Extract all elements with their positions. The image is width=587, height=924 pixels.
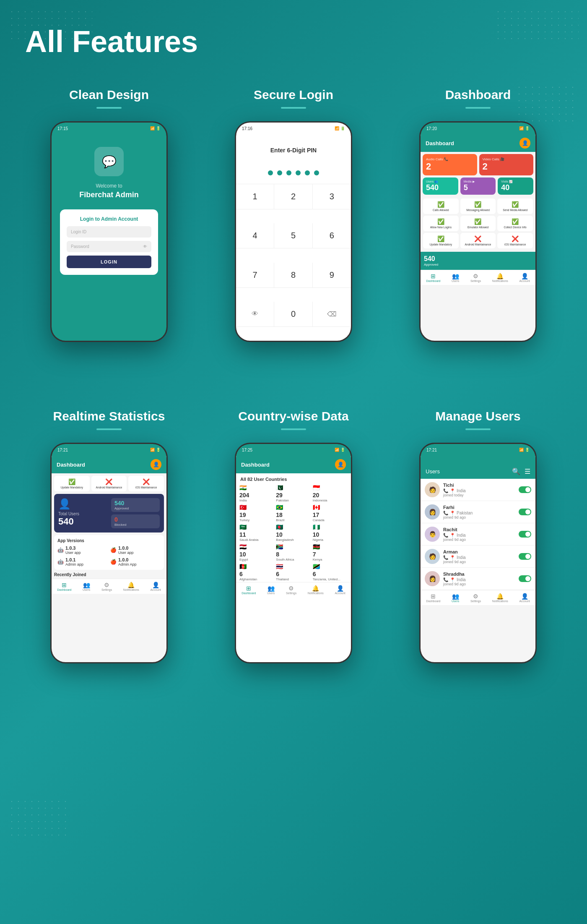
total-users-label: Total Users	[58, 512, 107, 516]
toggle-tichi[interactable]	[519, 486, 531, 493]
toggle-shraddha[interactable]	[519, 575, 531, 582]
approved-blocked: 540 Approved 0 Blocked	[111, 498, 160, 528]
user-tichi[interactable]: 🧑 Tichi 📞 📍 India joined today	[421, 479, 535, 501]
nav-users[interactable]: 👥 Users	[452, 273, 459, 282]
nav-notifications[interactable]: 🔔 Notifications	[492, 273, 508, 282]
cn-nav-notif[interactable]: 🔔 Notifications	[308, 585, 324, 595]
country-tanzania: 🇹🇿 6 Tanzania, United...	[313, 563, 348, 581]
country-south-africa: 🇿🇦 8 South Africa	[276, 543, 311, 561]
key-8[interactable]: 8	[274, 263, 312, 288]
blocked-text: Blocked	[114, 523, 156, 527]
key-delete[interactable]: ⌫	[313, 302, 351, 327]
rt-nav-dashboard[interactable]: ⊞ Dashboard	[57, 582, 71, 591]
rt-perm-update-label: Update Mandatory	[61, 486, 83, 489]
status-bar-realtime: 17:21 📶 🔋	[52, 444, 166, 456]
stat-audio-label: Audio Calls 📞	[426, 157, 474, 161]
section-divider	[25, 376, 562, 401]
key-1[interactable]: 1	[236, 184, 274, 209]
un-nav-users[interactable]: 👥 Users	[452, 593, 459, 603]
un-nav-notif[interactable]: 🔔 Notifications	[492, 593, 508, 603]
time-dash: 17:20	[426, 126, 437, 131]
notifications-nav-icon: 🔔	[496, 273, 504, 279]
country-row-4: 🇪🇬 10 Egypt 🇿🇦 8 South Africa 🇰🇪 7	[236, 543, 351, 562]
login-button[interactable]: LOGIN	[67, 256, 151, 268]
name-turkey: Turkey	[239, 518, 249, 522]
pin-screen: Enter 6-Digit PIN 1 2 3 4 5	[236, 134, 351, 341]
country-thailand: 🇹🇭 6 Thailand	[276, 563, 311, 581]
rt-perm-ios-icon: ❌	[143, 478, 150, 485]
settings-nav-icon: ⚙	[473, 273, 478, 279]
country-india: 🇮🇳 204 India	[239, 484, 274, 502]
key-7[interactable]: 7	[236, 263, 274, 288]
toggle-farhi[interactable]	[519, 509, 531, 515]
count-indonesia: 20	[313, 492, 319, 499]
phone-pin: 17:16 📶 🔋 Enter 6-Digit PIN 1	[235, 121, 352, 342]
key-5[interactable]: 5	[274, 223, 312, 248]
time-country: 17:25	[242, 448, 252, 452]
rt-perm-update-icon: ✅	[68, 478, 75, 485]
pin-dot-6	[314, 170, 319, 175]
login-id-field[interactable]: Login ID	[67, 226, 151, 238]
cn-nav-users[interactable]: 👥 Users	[267, 585, 275, 595]
cn-notif-icon: 🔔	[312, 585, 319, 592]
un-nav-account[interactable]: 👤 Account	[519, 593, 530, 603]
key-9[interactable]: 9	[313, 263, 351, 288]
phone-icon-rachit: 📞	[443, 533, 448, 538]
pin-dot-5	[305, 170, 310, 175]
rt-nav-notif[interactable]: 🔔 Notifications	[123, 582, 139, 591]
count-pakistan: 29	[276, 492, 283, 499]
user-rachit[interactable]: 👨 Rachit 📞 📍 India joined 9d ago	[421, 523, 535, 546]
nav-dashboard[interactable]: ⊞ Dashboard	[426, 273, 440, 282]
flag-kenya: 🇰🇪	[313, 543, 320, 550]
perm-messaging: ✅ Messaging Allowed	[460, 198, 496, 214]
country-screen: Dashboard 👤 All 82 User Countries 🇮🇳 204…	[236, 456, 351, 662]
key-3[interactable]: 3	[313, 184, 351, 209]
permission-grid: ✅ Calls Allowed ✅ Messaging Allowed ✅ Se…	[421, 197, 535, 250]
cn-nav-settings[interactable]: ⚙ Settings	[286, 585, 296, 595]
av-android-admin: 🤖 1.0.1 Admin app	[57, 557, 108, 566]
menu-icon[interactable]: ☰	[525, 467, 530, 475]
time-users: 17:21	[426, 448, 437, 452]
user-shraddha[interactable]: 👩 Shraddha 📞 📍 India joined 9d ago	[421, 568, 535, 590]
password-field[interactable]: Password 👁	[67, 241, 151, 252]
rt-nav-settings[interactable]: ⚙ Settings	[101, 582, 112, 591]
user-info-farhi: Farhi 📞 📍 Pakistan joined 9d ago	[443, 505, 515, 519]
app-versions: App Versions 🤖 1.0.3 User app 🍎	[54, 535, 164, 570]
rt-nav-dash-label: Dashboard	[57, 588, 71, 591]
search-icon[interactable]: 🔍	[512, 467, 520, 475]
cn-nav-account[interactable]: 👤 Account	[335, 585, 345, 595]
key-4[interactable]: 4	[236, 223, 274, 248]
nav-account[interactable]: 👤 Account	[519, 273, 530, 282]
un-users-icon: 👥	[452, 593, 459, 600]
key-eye[interactable]: 👁	[236, 302, 274, 327]
nav-settings[interactable]: ⚙ Settings	[470, 273, 481, 282]
approved-value: 540	[424, 255, 438, 263]
user-farhi[interactable]: 👩 Farhi 📞 📍 Pakistan joined 9d ago	[421, 501, 535, 523]
rt-nav-account[interactable]: 👤 Account	[150, 582, 161, 591]
key-0[interactable]: 0	[274, 302, 312, 327]
nav-account-label: Account	[519, 279, 530, 282]
rt-dashboard-icon: ⊞	[62, 582, 67, 588]
key-2[interactable]: 2	[274, 184, 312, 209]
dashboard-nav-icon: ⊞	[431, 273, 436, 279]
country-row-2: 🇹🇷 19 Turkey 🇧🇷 18 Brazil 🇨🇦 17	[236, 503, 351, 523]
toggle-arman[interactable]	[519, 553, 531, 560]
dash-nav: ⊞ Dashboard 👥 Users ⚙ Settings 🔔	[421, 270, 535, 285]
flag-tanzania: 🇹🇿	[313, 563, 320, 570]
country-avatar[interactable]: 👤	[335, 459, 346, 470]
location-icon-rachit: 📍	[450, 533, 455, 538]
un-nav-dashboard[interactable]: ⊞ Dashboard	[426, 593, 440, 603]
realtime-avatar[interactable]: 👤	[151, 459, 161, 470]
key-6[interactable]: 6	[313, 223, 351, 248]
un-nav-settings[interactable]: ⚙ Settings	[470, 593, 481, 603]
nav-settings-label: Settings	[470, 279, 481, 282]
av-android-admin-version: 1.0.1	[65, 557, 83, 562]
avatar-farhi: 👩	[425, 504, 440, 519]
cn-nav-dashboard[interactable]: ⊞ Dashboard	[242, 585, 256, 595]
dash-avatar[interactable]: 👤	[519, 138, 530, 149]
av-android-user: 🤖 1.0.3 User app	[57, 546, 108, 555]
country-bangladesh: 🇧🇩 10 Bangladesh	[276, 524, 311, 542]
user-arman[interactable]: 🧑 Arman 📞 📍 India joined 9d ago	[421, 546, 535, 568]
toggle-rachit[interactable]	[519, 531, 531, 538]
rt-nav-users[interactable]: 👥 Users	[83, 582, 90, 591]
